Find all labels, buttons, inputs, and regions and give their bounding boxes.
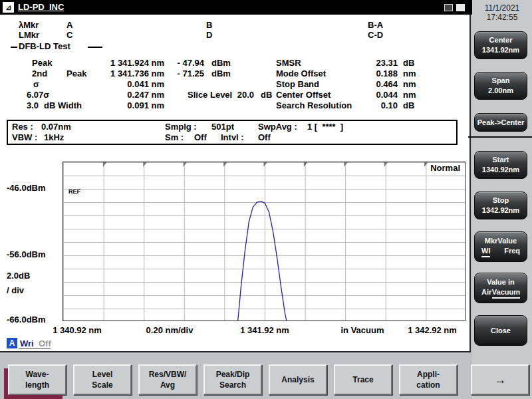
peak-level-value: - 47.94: [153, 59, 204, 68]
section-rule-left: [11, 47, 17, 48]
width-label-2: dB Width: [44, 101, 82, 110]
menu-res-vbw-avg-line1: Res/VBW/: [140, 369, 196, 380]
softkey-span-label: Span: [475, 76, 527, 86]
marker-ba-label: B-A: [368, 21, 383, 30]
menu-peak-dip-search-line2: Search: [205, 380, 261, 390]
wavelength-marker-label: λMkr: [19, 21, 39, 30]
ref-level-label: REF: [68, 188, 80, 195]
menu-more-arrow-icon: →: [472, 374, 528, 385]
softkey-stop-value: 1342.92nm: [475, 205, 527, 215]
menu-more-arrow-button[interactable]: →: [471, 364, 529, 395]
maximize-icon[interactable]: [456, 4, 465, 11]
date-display: 11/1/2021: [472, 3, 532, 13]
center-offset-label: Center Offset: [276, 90, 331, 100]
softkey-mkr-value[interactable]: MkrValue Wl Freq: [474, 231, 527, 262]
softkey-value-in-label: Value in: [475, 277, 527, 287]
option-frequency[interactable]: Freq: [504, 246, 520, 257]
smoothing-label: Sm :: [165, 133, 184, 142]
level-marker-label: LMkr: [19, 31, 39, 40]
second-peak-level-value: - 71.25: [153, 69, 204, 78]
menu-wavelength-button[interactable]: Wave- length: [8, 364, 66, 395]
menu-application-button[interactable]: Appli- cation: [399, 364, 458, 395]
minimize-icon[interactable]: [444, 4, 453, 11]
softkey-close[interactable]: Close: [474, 315, 527, 346]
option-air[interactable]: Air: [481, 287, 491, 299]
menu-trace-button[interactable]: Trace: [334, 364, 392, 395]
peak-label: Peak: [32, 59, 52, 68]
sigma-label: σ: [33, 80, 39, 89]
softkey-peak-to-center-label: Peak->Center: [475, 118, 527, 128]
width-value: 0.091 nm: [80, 101, 164, 110]
option-wavelength[interactable]: Wl: [481, 246, 490, 257]
softkey-span[interactable]: Span 2.00nm: [474, 72, 527, 100]
softkey-value-in[interactable]: Value in Air Vacuum: [474, 273, 527, 303]
softkey-peak-to-center[interactable]: Peak->Center: [474, 113, 527, 132]
interval-label: Intvl :: [221, 133, 244, 142]
vbw-label: VBW :: [12, 133, 37, 142]
y-scale-value: 2.0dB: [7, 271, 30, 281]
trace-a-curve: [63, 162, 465, 321]
softkey-separator: [468, 136, 532, 138]
search-resolution-label: Search Resolution: [276, 101, 352, 110]
sweep-mode-label: Normal: [399, 164, 460, 173]
x-axis-medium-label: in Vacuum: [340, 326, 384, 335]
smsr-value: 23.31: [346, 59, 398, 68]
peak-level-unit: dBm: [211, 59, 231, 68]
sigma6-value: 0.247 nm: [80, 90, 164, 100]
x-axis-start-label: 1 340.92 nm: [53, 326, 102, 335]
menu-application-line2: cation: [400, 380, 456, 390]
softkey-start-value: 1340.92nm: [475, 165, 527, 175]
menu-application-line1: Appli-: [400, 369, 456, 380]
menu-wavelength-line2: length: [9, 380, 65, 390]
menu-peak-dip-search-line1: Peak/Dip: [205, 369, 261, 380]
stop-band-label: Stop Band: [276, 80, 319, 89]
search-resolution-unit: dB: [403, 101, 414, 110]
sigma6-label: 6.07σ: [27, 90, 49, 100]
interval-value: Off: [258, 133, 271, 142]
softkey-stop[interactable]: Stop 1342.92nm: [474, 192, 527, 219]
sweep-avg-label: SwpAvg :: [258, 122, 297, 132]
softkey-center[interactable]: Center 1341.92nm: [474, 31, 527, 59]
time-display: 17:42:55: [472, 13, 532, 22]
menu-level-scale-button[interactable]: Level Scale: [73, 364, 132, 395]
softkey-close-label: Close: [475, 326, 527, 336]
second-peak-wavelength-value: 1 341.736 nm: [80, 69, 164, 78]
second-peak-level-unit: dBm: [211, 69, 231, 78]
option-vacuum[interactable]: Vacuum: [492, 287, 520, 299]
search-resolution-value: 0.10: [346, 101, 398, 110]
window-title: LD-PD_INC: [18, 2, 64, 12]
softkey-span-value: 2.00nm: [475, 86, 527, 96]
sweep-avg-value: 1 [ **** ]: [307, 122, 343, 132]
menu-analysis-button[interactable]: Analysis: [269, 364, 327, 395]
titlebar: ⊿ LD-PD_INC: [0, 0, 472, 15]
width-label-1: 3.0: [27, 101, 39, 110]
vbw-value: 1kHz: [44, 133, 64, 142]
slice-level-unit: dB: [261, 90, 272, 100]
trace-off-label: Off: [39, 338, 51, 348]
menu-res-vbw-avg-button[interactable]: Res/VBW/ Avg: [138, 364, 197, 395]
trace-a-badge[interactable]: A: [7, 338, 17, 348]
peak-wavelength-value: 1 341.924 nm: [80, 59, 164, 68]
softkey-center-value: 1341.92nm: [475, 45, 527, 55]
menu-analysis-line1: Analysis: [270, 374, 326, 385]
center-offset-value: 0.044: [346, 90, 398, 100]
mode-offset-value: 0.188: [346, 69, 398, 78]
marker-cd-label: C-D: [368, 31, 383, 40]
softkey-mkr-value-label: MkrValue: [475, 236, 527, 246]
softkey-start[interactable]: Start 1340.92nm: [474, 151, 527, 179]
spectrum-plot[interactable]: [63, 162, 466, 321]
y-axis-label-top: -46.0dBm: [7, 184, 46, 193]
menu-peak-dip-search-button[interactable]: Peak/Dip Search: [203, 364, 262, 395]
sampling-label: Smplg :: [165, 122, 197, 132]
center-offset-unit: nm: [403, 90, 416, 100]
mode-offset-unit: nm: [403, 69, 416, 78]
stop-band-value: 0.464: [346, 80, 398, 89]
res-label: Res :: [12, 122, 33, 132]
x-axis-center-label: 1 341.92 nm: [240, 326, 289, 335]
softkey-stop-label: Stop: [475, 196, 527, 205]
menu-res-vbw-avg-line2: Avg: [140, 380, 196, 390]
marker-c-label: C: [66, 31, 72, 40]
x-axis-stop-label: 1 342.92 nm: [408, 326, 457, 335]
marker-d-label: D: [206, 31, 212, 40]
softkey-center-label: Center: [475, 35, 527, 45]
